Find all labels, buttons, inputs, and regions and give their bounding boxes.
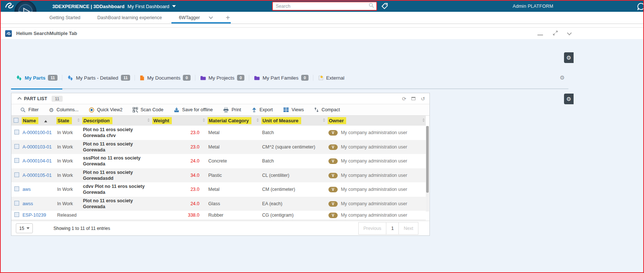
dash-tab-label: Getting Started bbox=[49, 15, 80, 20]
tab-my-documents[interactable]: My Documents 0 bbox=[135, 71, 195, 84]
tool-label: Filter bbox=[28, 107, 39, 112]
column-header-material[interactable]: Material Category bbox=[206, 116, 260, 126]
next-page-button[interactable]: Next bbox=[398, 222, 418, 235]
cell-name: awss bbox=[20, 197, 55, 211]
chat-bubble-icon[interactable] bbox=[637, 2, 643, 12]
search-input[interactable] bbox=[273, 4, 369, 9]
row-checkbox[interactable] bbox=[14, 144, 19, 149]
cell-weight: 23.0 bbox=[151, 140, 206, 154]
dash-tab-6wtagger[interactable]: 6WTagger bbox=[174, 12, 217, 24]
filter-button[interactable]: Filter bbox=[15, 104, 44, 115]
app-brand: 3DEXPERIENCE | 3DDashboard My First Dash… bbox=[52, 4, 176, 9]
settings-flyout-button[interactable]: ⚙ bbox=[564, 52, 574, 63]
tab-my-projects[interactable]: My Projects 0 bbox=[195, 71, 250, 84]
select-all-checkbox[interactable] bbox=[14, 118, 18, 123]
svg-text:iV: iV bbox=[31, 11, 32, 12]
cell-state: In Work bbox=[55, 197, 81, 211]
search-icon[interactable] bbox=[369, 3, 374, 10]
add-tab-button[interactable]: + bbox=[226, 14, 230, 21]
row-checkbox[interactable] bbox=[14, 158, 19, 163]
owner-name: My company administration user bbox=[341, 130, 407, 135]
previous-page-button[interactable]: Previous bbox=[358, 222, 387, 235]
page-1-button[interactable]: 1 bbox=[386, 222, 399, 235]
owner-avatar-badge: V bbox=[328, 158, 338, 164]
part-link[interactable]: awss bbox=[22, 201, 33, 206]
tab-my-part-familes[interactable]: My Part Familes 0 bbox=[249, 71, 313, 84]
column-header-weight[interactable]: Weight bbox=[151, 116, 206, 126]
part-link[interactable]: A-0000105-01 bbox=[22, 173, 52, 178]
settings-flyout-button[interactable]: ⚙ bbox=[564, 94, 574, 104]
compact-button[interactable]: Compact bbox=[309, 104, 345, 115]
cell-description: Plot no 11 eros society Gorewada bbox=[81, 197, 151, 211]
widget-menu-chevron-icon[interactable] bbox=[567, 31, 572, 35]
topbar: 3D iV V.R 3DEXPERIENCE | 3DDashboard My … bbox=[1, 1, 643, 12]
tab-external[interactable]: External bbox=[313, 71, 349, 84]
column-header-owner[interactable]: Owner bbox=[326, 116, 426, 126]
user-label[interactable]: Admin PLATFORM bbox=[513, 1, 553, 12]
cell-description: sssPlot no 11 eros society Gorewada bbox=[81, 154, 151, 168]
tab-my-parts-detailed[interactable]: My Parts - Detailed 11 bbox=[62, 71, 135, 84]
quick-view-icon bbox=[89, 107, 94, 113]
export-button[interactable]: Export bbox=[246, 104, 278, 115]
widget-minimize-button[interactable] bbox=[537, 30, 543, 37]
cell-description: cdvv Plot no 11 eros society Gorewada bbox=[81, 182, 151, 197]
column-header-state[interactable]: State bbox=[55, 116, 81, 126]
columns-button[interactable]: ⚙ Columns... bbox=[44, 104, 84, 115]
dashboard-chevron-down-icon[interactable] bbox=[172, 5, 176, 7]
sort-icon bbox=[422, 118, 425, 122]
scan-code-button[interactable]: Scan Code bbox=[128, 104, 168, 115]
page-size-value: 15 bbox=[19, 226, 24, 231]
window-maximize-icon[interactable] bbox=[411, 97, 415, 100]
column-header-uom[interactable]: Unit of Measure bbox=[260, 116, 326, 126]
folder-icon bbox=[254, 76, 260, 80]
tag-6wtags-icon[interactable] bbox=[381, 2, 389, 12]
part-link[interactable]: A-0000103-01 bbox=[22, 144, 52, 150]
table-header-row: Name State Description Weight Material C… bbox=[11, 116, 426, 126]
row-checkbox[interactable] bbox=[14, 130, 19, 134]
refresh-icon[interactable]: ⟳ bbox=[402, 96, 407, 102]
widget-expand-icon[interactable] bbox=[553, 30, 558, 37]
cell-uom: CG (centigram) bbox=[260, 211, 326, 219]
print-button[interactable]: Print bbox=[218, 104, 246, 115]
tool-label: Print bbox=[232, 107, 241, 112]
entries-summary: Showing 1 to 11 of 11 entries bbox=[53, 226, 110, 231]
cell-weight: 23.0 bbox=[151, 182, 206, 197]
row-checkbox[interactable] bbox=[14, 186, 19, 191]
dash-tab-getting-started[interactable]: Getting Started bbox=[44, 12, 86, 24]
cell-uom: Batch bbox=[260, 126, 326, 140]
gears-icon bbox=[67, 75, 73, 81]
quick-view-button[interactable]: Quick View2 bbox=[84, 104, 128, 115]
cell-weight: 34.0 bbox=[151, 168, 206, 183]
widget-app-icon bbox=[5, 30, 12, 37]
part-link[interactable]: A-0000100-01 bbox=[22, 130, 52, 135]
row-checkbox[interactable] bbox=[14, 172, 19, 177]
tab-my-parts[interactable]: My Parts 11 bbox=[11, 71, 62, 84]
tool-label: Compact bbox=[321, 107, 340, 112]
tab-label: My Documents bbox=[147, 75, 180, 81]
cell-material: Metal bbox=[206, 182, 260, 197]
undo-icon[interactable]: ↺ bbox=[421, 96, 425, 102]
scrollbar-thumb[interactable] bbox=[426, 126, 429, 193]
cell-state: In Work bbox=[55, 126, 81, 140]
tab-options-chevron-icon[interactable] bbox=[209, 15, 213, 19]
row-checkbox[interactable] bbox=[14, 201, 19, 206]
dash-tab-learning-experience[interactable]: DashBoard learning experience bbox=[92, 12, 167, 24]
table-scrollbar[interactable] bbox=[426, 126, 429, 211]
owner-name: My company administration user bbox=[341, 213, 407, 218]
part-link[interactable]: aws bbox=[22, 187, 31, 192]
views-button[interactable]: Views bbox=[278, 104, 309, 115]
page-size-select[interactable]: 15 bbox=[16, 223, 33, 233]
column-header-description[interactable]: Description bbox=[81, 116, 151, 126]
compass-menu-icon[interactable]: 3D iV V.R bbox=[14, 1, 37, 12]
tabs-settings-gear-icon[interactable]: ⚙ bbox=[560, 74, 565, 81]
part-link[interactable]: A-0000104-01 bbox=[22, 158, 52, 164]
cell-name: A-0000105-01 bbox=[20, 168, 55, 183]
column-header-name[interactable]: Name bbox=[20, 116, 55, 126]
cell-weight: 24.0 bbox=[151, 197, 206, 211]
dashboard-name[interactable]: My First Dashboard bbox=[128, 4, 169, 9]
collapse-chevron-icon[interactable] bbox=[17, 97, 21, 101]
row-checkbox[interactable] bbox=[14, 212, 19, 217]
cell-description: Plot no 11 eros society Gorewadasdd bbox=[81, 168, 151, 183]
save-offline-button[interactable]: Save for offline bbox=[168, 104, 218, 115]
part-link[interactable]: ESP-10239 bbox=[22, 213, 46, 218]
